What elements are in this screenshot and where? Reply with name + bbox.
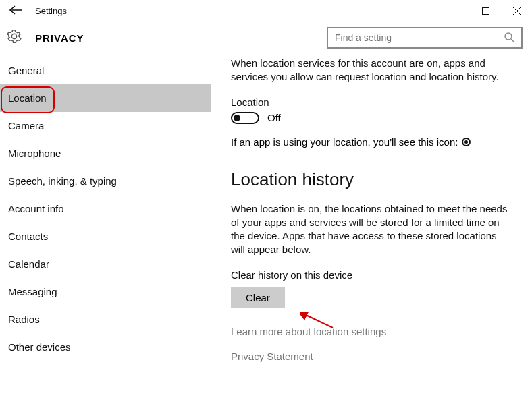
intro-paragraph: When location services for this account … [231,57,513,84]
sidebar-item-location[interactable]: Location [0,84,211,112]
sidebar-item-microphone[interactable]: Microphone [0,140,211,167]
history-paragraph: When location is on, the locations obtai… [231,202,513,257]
sidebar-item-speech-inking-typing[interactable]: Speech, inking, & typing [0,167,211,195]
minimize-button[interactable] [439,1,470,21]
header-left: PRIVACY [7,29,84,47]
location-toggle-row: Off [231,112,513,124]
gear-icon [7,29,22,47]
sidebar-item-other-devices[interactable]: Other devices [0,333,211,361]
titlebar-left: Settings [0,4,67,18]
window-controls [439,1,532,21]
header-row: PRIVACY Find a setting [0,22,532,53]
sidebar-item-label: Speech, inking, & typing [8,175,117,187]
content-area: When location services for this account … [211,53,532,404]
learn-more-link[interactable]: Learn more about location settings [231,326,513,337]
search-placeholder: Find a setting [335,32,392,43]
sidebar-item-label: Contacts [8,231,48,242]
learn-more-label: Learn more about location settings [231,326,386,337]
svg-point-4 [505,33,512,40]
sidebar-item-label: Radios [8,314,40,325]
location-icon-line: If an app is using your location, you'll… [231,136,513,148]
sidebar-item-messaging[interactable]: Messaging [0,278,211,306]
search-icon [504,32,514,45]
toggle-knob [234,115,240,121]
icon-line-text: If an app is using your location, you'll… [231,136,458,148]
clear-button-label: Clear [246,292,270,304]
sidebar-item-label: Location [8,92,47,104]
toggle-state: Off [267,112,281,123]
location-toggle[interactable] [231,112,259,124]
sidebar-item-label: Account info [8,203,64,214]
sidebar-item-general[interactable]: General [0,57,211,84]
sidebar-item-contacts[interactable]: Contacts [0,223,211,250]
page-title: PRIVACY [35,32,84,44]
title-bar: Settings [0,0,532,22]
window-title: Settings [35,6,67,16]
body-area: General Location Camera Microphone Speec… [0,53,532,404]
privacy-statement-label: Privacy Statement [231,351,313,362]
close-button[interactable] [501,1,532,21]
clear-button[interactable]: Clear [231,287,285,308]
privacy-statement-link[interactable]: Privacy Statement [231,351,513,362]
sidebar-item-label: Camera [8,120,44,132]
sidebar: General Location Camera Microphone Speec… [0,53,211,404]
sidebar-item-label: Other devices [8,341,71,353]
svg-line-5 [511,39,514,42]
svg-rect-1 [482,7,489,14]
sidebar-item-radios[interactable]: Radios [0,306,211,333]
back-icon[interactable] [9,4,23,18]
sidebar-item-label: Messaging [8,286,57,297]
clear-history-label: Clear history on this device [231,269,513,281]
sidebar-item-account-info[interactable]: Account info [0,195,211,223]
maximize-button[interactable] [470,1,501,21]
location-indicator-icon [462,138,471,146]
sidebar-item-label: Calendar [8,258,49,270]
sidebar-item-calendar[interactable]: Calendar [0,250,211,278]
location-label: Location [231,96,513,108]
sidebar-item-label: Microphone [8,148,61,159]
sidebar-item-camera[interactable]: Camera [0,112,211,140]
sidebar-item-label: General [8,65,44,76]
search-input[interactable]: Find a setting [327,27,523,49]
location-history-heading: Location history [231,169,513,190]
